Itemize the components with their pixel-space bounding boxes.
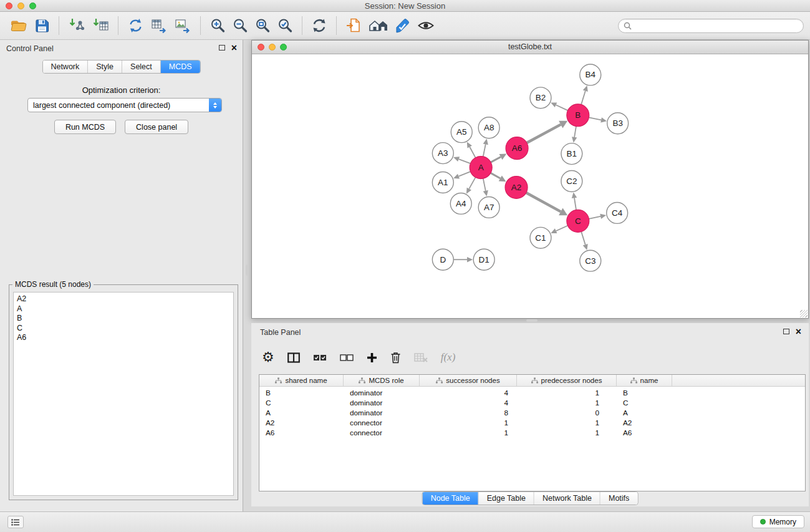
column-header-name[interactable]: name [617, 375, 672, 386]
table-settings-button[interactable]: ⚙ [261, 350, 275, 365]
add-column-button[interactable] [366, 352, 378, 364]
tab-motifs[interactable]: Motifs [600, 492, 637, 505]
tab-network[interactable]: Network [42, 60, 88, 73]
run-mcds-button[interactable]: Run MCDS [54, 120, 116, 134]
graph-edge-C-C4[interactable] [589, 216, 600, 219]
column-header-successor-nodes[interactable]: successor nodes [420, 375, 517, 386]
table-row[interactable]: Adominator80A [259, 408, 805, 418]
show-all-button[interactable] [365, 16, 391, 35]
import-table-button[interactable] [89, 16, 112, 35]
close-panel-icon[interactable]: × [231, 44, 237, 51]
graph-node-label-C4: C4 [612, 208, 623, 218]
search-box[interactable] [618, 19, 804, 33]
tab-mcds[interactable]: MCDS [161, 60, 200, 73]
export-table-button[interactable] [147, 16, 171, 35]
column-header-predecessor-nodes[interactable]: predecessor nodes [517, 375, 617, 386]
result-item[interactable]: B [14, 314, 233, 324]
graph-node-label-B2: B2 [536, 93, 546, 102]
graph-edge-A6-B[interactable] [527, 125, 561, 143]
tab-select[interactable]: Select [122, 60, 161, 73]
zoom-fit-button[interactable] [251, 16, 274, 35]
tab-edge-table[interactable]: Edge Table [479, 492, 534, 505]
graph-edge-A-A3[interactable] [459, 159, 471, 163]
table-row[interactable]: Bdominator41B [259, 388, 805, 398]
graph-edge-B-B1[interactable] [574, 127, 576, 137]
tab-node-table[interactable]: Node Table [423, 492, 479, 505]
memory-button[interactable]: Memory [752, 515, 804, 528]
optimization-criterion-select[interactable]: largest connected component (directed) [27, 98, 222, 112]
table-row[interactable]: A2connector11A2 [259, 418, 805, 428]
table-cell: 1 [517, 418, 617, 427]
sort-icon [531, 377, 538, 384]
apply-style-button[interactable] [391, 16, 413, 35]
result-item[interactable]: A [14, 304, 233, 314]
toolbar-separator [336, 16, 337, 35]
mcds-result-list[interactable]: A2ABCA6 [13, 292, 234, 496]
apply-layout-button[interactable] [308, 16, 330, 35]
result-item[interactable]: C [14, 324, 233, 334]
zoom-in-button[interactable] [206, 16, 229, 35]
tab-style[interactable]: Style [88, 60, 122, 73]
float-table-panel-icon[interactable] [783, 329, 789, 334]
show-columns-button[interactable] [287, 352, 301, 364]
open-session-button[interactable] [6, 16, 31, 35]
export-network-button[interactable] [124, 16, 147, 35]
graph-edge-C-C3[interactable] [581, 232, 585, 245]
network-graph[interactable]: B4B2BB3A5A8A6B1A3AC2A1A2A4A7C4CC1C3DD1 [253, 54, 808, 317]
result-item[interactable]: A2 [14, 294, 233, 304]
search-input[interactable] [635, 21, 798, 30]
graph-edge-A-A7[interactable] [483, 178, 486, 191]
split-divider-handle[interactable] [526, 319, 538, 322]
table-row[interactable]: Cdominator41C [259, 398, 805, 408]
close-panel-button[interactable]: Close panel [125, 120, 188, 134]
graph-edge-C-C2[interactable] [574, 198, 576, 210]
graph-edge-C-C1[interactable] [556, 226, 568, 231]
graph-edge-A-A2[interactable] [491, 173, 500, 178]
deselect-all-button[interactable] [339, 353, 354, 362]
graph-edge-B-B4[interactable] [581, 91, 586, 105]
graph-edge-A2-C[interactable] [526, 193, 561, 211]
import-network-button[interactable] [65, 16, 89, 35]
zoom-selected-button[interactable] [274, 16, 296, 35]
zoom-out-button[interactable] [229, 16, 251, 35]
close-table-panel-icon[interactable]: × [796, 328, 801, 335]
zoom-selected-icon [277, 17, 293, 34]
delete-column-button[interactable] [390, 351, 402, 364]
network-canvas[interactable]: B4B2BB3A5A8A6B1A3AC2A1A2A4A7C4CC1C3DD1 [253, 54, 808, 317]
show-graphics-details-button[interactable] [413, 17, 438, 34]
graph-edge-A-A5[interactable] [470, 147, 475, 158]
column-header-shared-name[interactable]: shared name [259, 375, 344, 386]
graph-node-label-A: A [478, 163, 484, 172]
table-panel: Table Panel × ⚙ [251, 323, 809, 506]
network-from-file-button[interactable] [342, 16, 365, 35]
graph-edge-B-B3[interactable] [589, 117, 601, 120]
select-all-button[interactable] [312, 353, 327, 362]
import-table-icon [92, 17, 109, 34]
graph-node-label-D1: D1 [479, 255, 489, 264]
graph-node-label-B: B [575, 110, 581, 120]
graph-edge-arrowhead [583, 85, 588, 92]
graph-edge-A-A4[interactable] [469, 177, 475, 188]
tab-network-table[interactable]: Network Table [534, 492, 600, 505]
network-window-titlebar[interactable]: testGlobe.txt [252, 41, 808, 54]
graph-edge-A-A1[interactable] [459, 172, 471, 176]
save-session-button[interactable] [31, 17, 53, 35]
trash-icon [390, 352, 401, 364]
window-titlebar: Session: New Session [0, 0, 810, 12]
export-image-button[interactable] [171, 16, 195, 35]
combo-stepper-icon[interactable] [209, 99, 221, 112]
graph-edge-B-B2[interactable] [556, 105, 568, 110]
task-history-button[interactable] [7, 516, 24, 528]
column-header-mcds-role[interactable]: MCDS role [344, 375, 420, 386]
table-row[interactable]: A6connector11A6 [259, 428, 805, 438]
split-divider-handle[interactable] [246, 264, 249, 276]
table-cell: dominator [344, 389, 420, 397]
graph-edge-A-A8[interactable] [483, 144, 486, 157]
resize-handle[interactable] [800, 310, 808, 317]
float-panel-icon[interactable] [219, 45, 225, 51]
graph-edge-A-A6[interactable] [491, 157, 501, 162]
graph-node-label-B4: B4 [586, 70, 596, 79]
delete-table-button[interactable] [413, 352, 428, 364]
function-builder-button[interactable]: f(x) [440, 351, 456, 364]
result-item[interactable]: A6 [14, 333, 233, 343]
